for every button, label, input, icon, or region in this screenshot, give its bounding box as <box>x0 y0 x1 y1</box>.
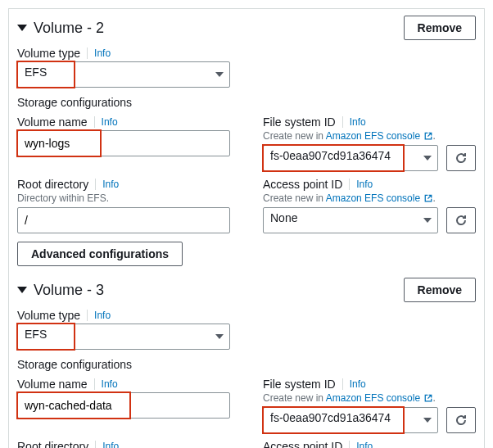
filesystem-id-select[interactable]: fs-0eaa907cd91a36474 <box>263 145 438 171</box>
info-link[interactable]: Info <box>350 116 366 128</box>
info-link[interactable]: Info <box>350 378 366 390</box>
access-point-label: Access point ID <box>263 440 342 448</box>
volume-title: Volume - 2 <box>34 20 104 37</box>
access-point-helper: Create new in Amazon EFS console . <box>263 192 476 204</box>
access-point-select[interactable]: None <box>263 207 438 233</box>
divider <box>87 48 88 59</box>
volume-type-select[interactable]: EFS <box>17 61 230 88</box>
info-link[interactable]: Info <box>102 179 119 190</box>
info-link[interactable]: Info <box>94 310 111 321</box>
volume-type-value: EFS <box>17 61 230 88</box>
info-link[interactable]: Info <box>102 441 119 448</box>
volume-type-select[interactable]: EFS <box>17 324 230 350</box>
caret-down-icon[interactable] <box>17 25 27 31</box>
filesystem-helper: Create new in Amazon EFS console . <box>263 392 476 404</box>
refresh-icon <box>455 214 468 227</box>
storage-config-label: Storage configurations <box>17 358 476 371</box>
volumes-frame: Volume - 2 Remove Volume type Info EFS S… <box>8 8 485 448</box>
root-dir-label: Root directory <box>17 440 88 448</box>
filesystem-id-label: File system ID <box>263 115 336 129</box>
info-link[interactable]: Info <box>102 378 118 390</box>
volume-name-label: Volume name <box>17 115 88 129</box>
advanced-config-button[interactable]: Advanced configurations <box>17 242 183 266</box>
efs-console-link[interactable]: Amazon EFS console <box>326 392 420 404</box>
storage-config-label: Storage configurations <box>17 96 476 109</box>
volume-type-value: EFS <box>17 324 230 350</box>
refresh-button[interactable] <box>446 207 476 233</box>
efs-console-link[interactable]: Amazon EFS console <box>326 130 420 142</box>
refresh-icon <box>455 414 468 427</box>
access-point-value: None <box>263 207 438 233</box>
filesystem-helper: Create new in Amazon EFS console . <box>263 130 476 142</box>
root-dir-helper: Directory within EFS. <box>17 192 230 204</box>
volume-title: Volume - 3 <box>34 282 104 299</box>
volume-name-label: Volume name <box>17 378 88 391</box>
filesystem-id-select[interactable]: fs-0eaa907cd91a36474 <box>263 407 438 433</box>
info-link[interactable]: Info <box>356 441 373 448</box>
filesystem-id-value: fs-0eaa907cd91a36474 <box>263 145 438 171</box>
volume-type-label: Volume type <box>17 47 80 60</box>
remove-button[interactable]: Remove <box>404 16 476 40</box>
caret-down-icon[interactable] <box>17 287 27 293</box>
volume-name-input[interactable] <box>17 130 230 156</box>
efs-console-link[interactable]: Amazon EFS console <box>326 192 420 204</box>
access-point-label: Access point ID <box>263 178 342 191</box>
filesystem-id-label: File system ID <box>263 378 336 391</box>
volume-block-2: Volume - 2 Remove Volume type Info EFS S… <box>17 16 476 266</box>
info-link[interactable]: Info <box>102 116 118 128</box>
root-dir-label: Root directory <box>17 178 88 191</box>
refresh-button[interactable] <box>446 145 476 171</box>
root-dir-input[interactable] <box>17 207 230 233</box>
volume-type-label: Volume type <box>17 309 80 322</box>
external-link-icon <box>424 194 432 202</box>
refresh-icon <box>455 152 468 165</box>
info-link[interactable]: Info <box>356 179 373 190</box>
remove-button[interactable]: Remove <box>404 278 476 302</box>
external-link-icon <box>424 394 432 402</box>
filesystem-id-value: fs-0eaa907cd91a36474 <box>263 407 438 433</box>
volume-block-3: Volume - 3 Remove Volume type Info EFS S… <box>17 278 476 448</box>
info-link[interactable]: Info <box>94 48 111 59</box>
external-link-icon <box>424 132 432 140</box>
volume-name-input[interactable] <box>17 392 230 419</box>
refresh-button[interactable] <box>446 407 476 433</box>
